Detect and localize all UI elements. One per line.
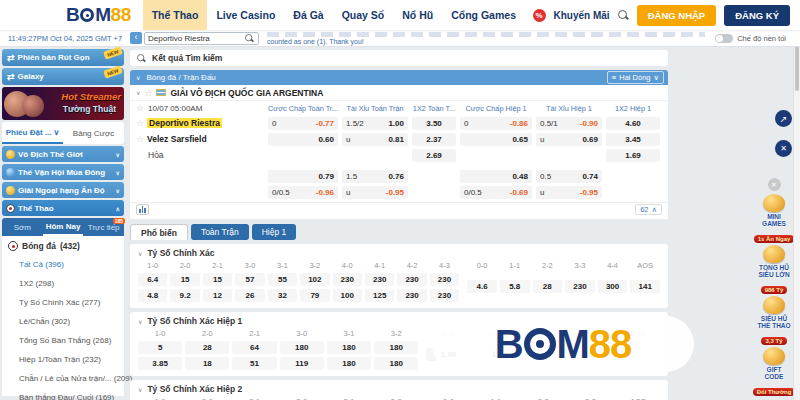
score-odd-cell[interactable]: 64	[232, 341, 276, 354]
bar-chart-icon[interactable]	[136, 204, 149, 215]
promo-rail-item[interactable]: Tổng Hũ Siêu Lớn 986 Tỷ	[752, 245, 797, 296]
odds-cell[interactable]: u -0.95	[536, 186, 602, 199]
promo-rail-item[interactable]: Gift Code Đổi Thưởng	[752, 347, 797, 398]
score-odd-cell[interactable]: 12	[203, 289, 232, 302]
odds-cell[interactable]: 4.60	[606, 117, 660, 130]
odds-cell[interactable]: 0.60	[268, 133, 338, 146]
search-icon[interactable]	[245, 34, 254, 43]
score-odd-cell[interactable]: 3.85	[138, 357, 182, 370]
odds-cell[interactable]: 0.48	[460, 170, 532, 183]
search-icon[interactable]	[618, 10, 629, 21]
score-odd-cell[interactable]: 28	[533, 280, 563, 293]
market-item[interactable]: 1X2 (298)	[2, 274, 124, 293]
nav-item[interactable]: Đá Gà	[284, 0, 332, 30]
market-category-tab[interactable]: Phổ biến	[130, 224, 188, 240]
score-odd-cell[interactable]: 230	[397, 273, 426, 286]
odds-cell[interactable]: 0/0.5 -0.96	[268, 186, 338, 199]
nav-item[interactable]: Thể Thao	[143, 0, 208, 30]
odds-cell[interactable]	[536, 149, 602, 162]
score-odd-cell[interactable]: 230	[397, 289, 426, 302]
league-item[interactable]: Giải Ngoại hạng Ấn Độ ∨	[2, 182, 124, 198]
collapse-markets-button[interactable]: 62 ∧	[635, 204, 662, 215]
market-item[interactable]: Bàn thắng Đầu/ Cuối (169)	[2, 388, 124, 400]
odds-cell[interactable]: u 0.69	[536, 133, 602, 146]
shortcut-button[interactable]: ⇄ Galaxy NEW	[2, 68, 124, 85]
promotions-link[interactable]: Khuyến Mãi	[554, 10, 610, 21]
chevron-down-icon[interactable]: ∨	[138, 250, 142, 257]
promo-rail-item[interactable]: Siêu Hũ Thể Thao 3,3 Tỷ	[752, 296, 797, 347]
score-odd-cell[interactable]: 141	[630, 280, 660, 293]
league-item[interactable]: Thế Vận Hội Mùa Đông ∨	[2, 164, 124, 180]
shortcut-button[interactable]: ⇄ Phiên bản Rút Gọn NEW	[2, 49, 124, 66]
score-odd-cell[interactable]: 180	[374, 341, 418, 354]
score-odd-cell[interactable]: 230	[430, 289, 459, 302]
sport-header[interactable]: Bóng đá (432)	[2, 236, 124, 255]
score-odd-cell[interactable]: 300	[598, 280, 628, 293]
hot-streamer-banner[interactable]: Hot Streamer Tường Thuật	[2, 87, 124, 120]
score-odd-cell[interactable]: 230	[565, 280, 595, 293]
dark-mode-toggle[interactable]	[715, 34, 733, 43]
market-category-tab[interactable]: Toàn Trận	[191, 224, 249, 240]
odds-cell[interactable]: 3.50	[412, 117, 456, 130]
schedule-tab[interactable]: Trực tiếp 185	[83, 218, 124, 236]
nav-item[interactable]: Cổng Games	[442, 0, 525, 30]
market-item[interactable]: Tổng Số Bàn Thắng (268)	[2, 331, 124, 350]
score-odd-cell[interactable]: 5	[138, 341, 182, 354]
score-odd-cell[interactable]: 15	[203, 273, 232, 286]
odds-cell[interactable]: 0.65	[460, 133, 532, 146]
close-icon[interactable]: ✕	[768, 178, 781, 191]
score-odd-cell[interactable]: 32	[268, 289, 297, 302]
league-item[interactable]: Vô Địch Thế Giới ∨	[2, 146, 124, 162]
market-item[interactable]: Hiệp 1/Toàn Trận (232)	[2, 350, 124, 369]
odds-cell[interactable]	[606, 186, 660, 199]
score-odd-cell[interactable]: 18	[185, 357, 229, 370]
market-item[interactable]: Tất Cả (396)	[2, 255, 124, 274]
score-odd-cell[interactable]: 230	[365, 273, 394, 286]
odds-cell[interactable]	[412, 186, 456, 199]
odds-cell[interactable]: 0.5/1 -0.90	[536, 117, 602, 130]
bet-slip-tab[interactable]: Phiếu Đặt ... ∨	[2, 122, 63, 144]
odds-cell[interactable]: 2.69	[412, 149, 456, 162]
odds-cell[interactable]: 2.37	[412, 133, 456, 146]
market-item[interactable]: Lẻ/Chẵn (302)	[2, 312, 124, 331]
schedule-tab[interactable]: Hôm Nay	[43, 218, 84, 236]
login-button[interactable]: ĐĂNG NHẬP	[637, 5, 717, 26]
score-odd-cell[interactable]: 6.4	[138, 273, 167, 286]
nav-item[interactable]: Quay Số	[333, 0, 394, 30]
view-mode-select[interactable]: ≡ Hai Dòng ∨	[607, 71, 664, 84]
league-header-row[interactable]: ∨ ☆ GIẢI VÔ ĐỊCH QUỐC GIA ARGENTINA	[130, 85, 668, 101]
score-odd-cell[interactable]: 100	[333, 289, 362, 302]
chevron-down-icon[interactable]: ∨	[138, 318, 142, 325]
score-odd-cell[interactable]: 125	[365, 289, 394, 302]
score-odd-cell[interactable]: 4.8	[138, 289, 167, 302]
score-odd-cell[interactable]: 55	[268, 273, 297, 286]
score-odd-cell[interactable]: 9.2	[170, 289, 199, 302]
nav-item[interactable]: Nổ Hũ	[393, 0, 442, 30]
score-odd-cell[interactable]: 230	[333, 273, 362, 286]
odds-cell[interactable]: 0.79	[268, 170, 338, 183]
odds-cell[interactable]	[606, 170, 660, 183]
favorite-star-icon[interactable]: ☆	[144, 88, 152, 98]
odds-cell[interactable]: 0 -0.77	[268, 117, 338, 130]
odds-cell[interactable]: 1.5 0.76	[342, 170, 408, 183]
promo-rail-item[interactable]: Mini Games 1s Ăn Ngay	[752, 194, 797, 245]
odds-cell[interactable]: 0.5 0.74	[536, 170, 602, 183]
market-item[interactable]: Chẵn / Lẻ của Nửa trận/... (209)	[2, 369, 124, 388]
odds-cell[interactable]: u 0.81	[342, 133, 408, 146]
search-input[interactable]	[148, 34, 244, 43]
market-item[interactable]: Tỷ Số Chính Xác (277)	[2, 293, 124, 312]
score-odd-cell[interactable]: 119	[280, 357, 324, 370]
page-scrollbar[interactable]: ▲	[793, 30, 800, 400]
score-odd-cell[interactable]: 26	[235, 289, 264, 302]
score-odd-cell[interactable]: 57	[235, 273, 264, 286]
score-odd-cell[interactable]: 15	[170, 273, 199, 286]
chevron-down-icon[interactable]: ∨	[138, 386, 142, 393]
close-icon[interactable]: ✕	[775, 140, 792, 157]
favorite-star-icon[interactable]: ☆	[136, 103, 144, 113]
odds-cell[interactable]: 1.69	[606, 149, 660, 162]
favorite-star-icon[interactable]: ☆	[136, 134, 144, 144]
chevron-down-icon[interactable]: ∨	[136, 74, 140, 81]
score-odd-cell[interactable]: 79	[300, 289, 329, 302]
score-odd-cell[interactable]: 180	[280, 341, 324, 354]
odds-cell[interactable]	[342, 149, 408, 162]
